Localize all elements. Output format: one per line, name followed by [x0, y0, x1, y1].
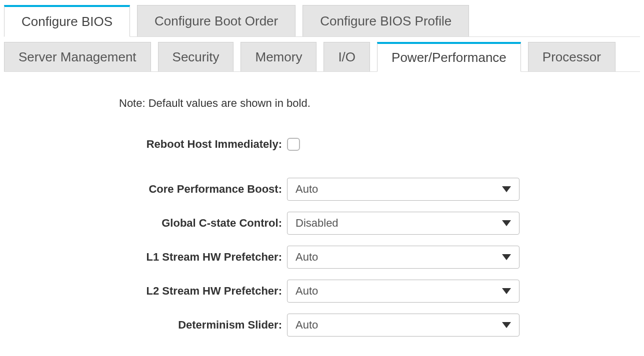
- row-l1-stream-prefetcher: L1 Stream HW Prefetcher: Auto: [119, 246, 630, 269]
- row-core-performance-boost: Core Performance Boost: Auto: [119, 178, 630, 201]
- select-core-performance-boost[interactable]: Auto: [287, 178, 520, 201]
- tab-io[interactable]: I/O: [324, 42, 370, 71]
- tab-security[interactable]: Security: [158, 42, 234, 71]
- chevron-down-icon: [502, 254, 511, 260]
- chevron-down-icon: [502, 288, 511, 294]
- chevron-down-icon: [502, 322, 511, 328]
- label-determinism-slider: Determinism Slider:: [119, 319, 287, 332]
- primary-tabs: Configure BIOS Configure Boot Order Conf…: [4, 5, 640, 37]
- label-l2-stream-prefetcher: L2 Stream HW Prefetcher:: [119, 285, 287, 298]
- chevron-down-icon: [502, 186, 511, 192]
- row-l2-stream-prefetcher: L2 Stream HW Prefetcher: Auto: [119, 280, 630, 303]
- row-reboot-host: Reboot Host Immediately:: [119, 138, 630, 151]
- label-global-cstate-control: Global C-state Control:: [119, 217, 287, 230]
- tab-processor[interactable]: Processor: [528, 42, 616, 71]
- label-l1-stream-prefetcher: L1 Stream HW Prefetcher:: [119, 251, 287, 264]
- row-determinism-slider: Determinism Slider: Auto: [119, 314, 630, 337]
- select-l2-stream-prefetcher[interactable]: Auto: [287, 280, 520, 303]
- tab-configure-bios-profile[interactable]: Configure BIOS Profile: [302, 5, 469, 36]
- select-l1-stream-prefetcher[interactable]: Auto: [287, 246, 520, 269]
- note-text: Note: Default values are shown in bold.: [119, 97, 630, 110]
- row-global-cstate-control: Global C-state Control: Disabled: [119, 212, 630, 235]
- select-determinism-slider[interactable]: Auto: [287, 314, 520, 337]
- select-value: Auto: [296, 183, 318, 196]
- power-performance-form: Note: Default values are shown in bold. …: [4, 72, 640, 356]
- chevron-down-icon: [502, 220, 511, 226]
- label-reboot-host: Reboot Host Immediately:: [119, 138, 287, 151]
- tab-memory[interactable]: Memory: [240, 42, 316, 71]
- tab-configure-boot-order[interactable]: Configure Boot Order: [137, 5, 296, 36]
- select-global-cstate-control[interactable]: Disabled: [287, 212, 520, 235]
- secondary-tabs: Server Management Security Memory I/O Po…: [4, 42, 640, 72]
- checkbox-reboot-host[interactable]: [287, 138, 300, 151]
- select-value: Disabled: [296, 217, 338, 230]
- select-value: Auto: [296, 251, 318, 264]
- label-core-performance-boost: Core Performance Boost:: [119, 183, 287, 196]
- tab-power-performance[interactable]: Power/Performance: [377, 42, 521, 72]
- tab-server-management[interactable]: Server Management: [4, 42, 151, 71]
- select-value: Auto: [296, 319, 318, 332]
- tab-configure-bios[interactable]: Configure BIOS: [4, 5, 130, 37]
- select-value: Auto: [296, 285, 318, 298]
